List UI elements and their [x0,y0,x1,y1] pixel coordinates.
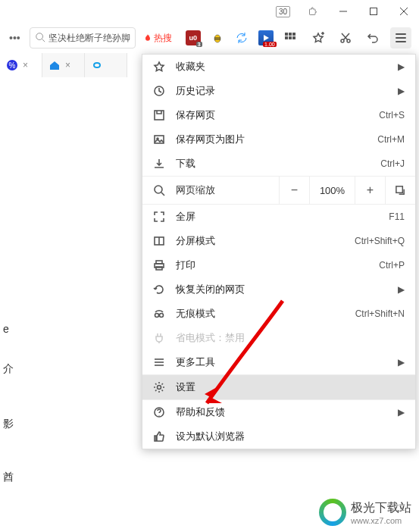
gear-icon [153,381,165,393]
menu-print[interactable]: 打印 Ctrl+P [142,253,415,277]
side-text-fragment: 酋 [3,468,14,487]
svg-line-28 [161,192,164,196]
svg-point-27 [155,186,162,193]
menu-shortcut: F11 [389,211,405,222]
chevron-right-icon: ▶ [398,61,405,72]
restore-icon [153,283,165,296]
menu-help-feedback[interactable]: 帮助和反馈 ▶ [142,400,415,424]
window-titlebar: 30 [0,0,419,23]
chevron-right-icon: ▶ [398,357,405,368]
menu-label: 收藏夹 [176,60,387,74]
menu-label: 无痕模式 [176,307,345,321]
menu-shortcut: Ctrl+M [377,134,405,145]
svg-rect-10 [289,33,292,36]
menu-label: 省电模式：禁用 [176,331,405,345]
tab-close-icon[interactable]: × [65,60,70,70]
hot-search-label: 热搜 [154,32,172,45]
adblock-count: 3 [196,42,202,47]
menu-label: 打印 [176,258,368,272]
minimize-button[interactable] [328,1,358,22]
menu-settings[interactable]: 设置 [142,375,415,399]
download-icon [153,158,165,170]
tab-item[interactable]: × [42,53,85,77]
watermark-name: 极光下载站 [351,500,411,516]
menu-restore-closed[interactable]: 恢复关闭的网页 ▶ [142,277,415,302]
favorite-star-icon[interactable] [308,28,328,48]
menu-set-default[interactable]: 设为默认浏览器 [142,424,415,449]
menu-label: 下载 [176,157,370,171]
help-icon [153,406,165,418]
menu-label: 更多工具 [176,355,387,369]
svg-rect-25 [155,136,164,143]
menu-split-screen[interactable]: 分屏模式 Ctrl+Shift+Q [142,229,415,253]
search-box[interactable]: 坚决杜绝断子绝孙脚 [30,27,136,49]
zoom-out-button[interactable]: − [279,177,309,204]
svg-rect-1 [371,8,377,15]
menu-fullscreen[interactable]: 全屏 F11 [142,205,415,229]
badge-count: 30 [276,6,290,17]
extensions-icon[interactable] [298,1,328,22]
menu-label: 分屏模式 [176,234,344,248]
image-icon [153,133,165,146]
menu-more-tools[interactable]: 更多工具 ▶ [142,350,415,374]
side-text-fragment: 影 [3,415,14,433]
apps-grid-icon[interactable] [283,30,298,45]
search-icon [35,32,45,45]
overflow-ellipsis-icon[interactable]: ••• [5,32,25,44]
save-icon [153,109,165,121]
main-menu-button[interactable] [390,27,411,49]
menu-incognito[interactable]: 无痕模式 Ctrl+Shift+N [142,302,415,326]
sync-icon[interactable] [234,30,249,45]
chevron-right-icon: ▶ [398,407,405,418]
menu-shortcut: Ctrl+Shift+Q [355,236,405,246]
tab-item[interactable] [85,53,127,77]
incognito-icon [153,308,165,320]
watermark: 极光下载站 www.xz7.com [319,499,411,526]
svg-point-36 [160,314,164,318]
chevron-right-icon: ▶ [398,86,405,96]
menu-save-as-image[interactable]: 保存网页为图片 Ctrl+M [142,127,415,152]
zoom-in-button[interactable]: + [355,177,385,204]
screenshot-scissors-icon[interactable] [336,28,355,48]
baidu-favicon-icon: % [6,59,18,71]
menu-save-page[interactable]: 保存网页 Ctrl+S [142,103,415,127]
undo-icon[interactable] [363,28,383,48]
menu-label: 帮助和反馈 [176,405,387,419]
watermark-url: www.xz7.com [351,516,411,525]
adblock-icon[interactable]: u03 [186,30,201,45]
svg-point-35 [155,314,159,318]
zoom-value: 100% [309,177,355,204]
svg-point-41 [158,386,161,390]
house-favicon-icon [48,59,61,71]
close-button[interactable] [389,1,419,22]
menu-label: 保存网页为图片 [176,133,367,146]
bee-extension-icon[interactable] [210,30,225,45]
zoom-popout-button[interactable] [385,177,415,204]
plug-icon [153,332,165,344]
fire-icon [143,33,152,42]
svg-rect-14 [292,36,295,39]
fullscreen-icon [153,211,165,223]
menu-downloads[interactable]: 下载 Ctrl+J [142,152,415,176]
svg-rect-9 [285,33,288,36]
tab-close-icon[interactable]: × [23,60,28,70]
menu-history[interactable]: 历史记录 ▶ [142,79,415,103]
menu-shortcut: Ctrl+S [379,110,405,120]
magnifier-icon [153,184,165,196]
thumbs-up-icon [153,430,165,443]
menu-shortcut: Ctrl+J [380,158,405,169]
zoom-label: 网页缩放 [176,183,215,197]
tab-item[interactable]: % × [0,53,42,77]
hot-search-badge[interactable]: 热搜 [140,32,175,45]
menu-label: 全屏 [176,210,378,224]
main-menu-dropdown: 收藏夹 ▶ 历史记录 ▶ 保存网页 Ctrl+S 保存网页为图片 Ctrl+M … [142,54,416,449]
media-play-icon[interactable]: 1.00 [258,30,274,45]
maximize-button[interactable] [358,1,389,22]
watermark-logo-icon [319,499,346,526]
side-text-fragment: 介 [3,359,14,378]
menu-favorites[interactable]: 收藏夹 ▶ [142,55,415,79]
menu-label: 恢复关闭的网页 [176,283,387,296]
list-icon [153,356,165,368]
star-icon [153,61,165,73]
svg-point-6 [214,35,220,42]
